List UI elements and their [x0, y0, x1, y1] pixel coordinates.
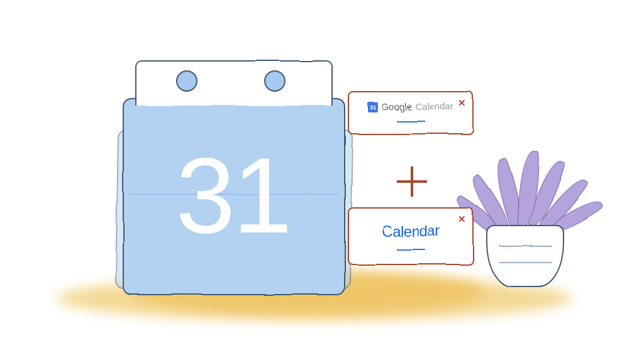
plant-pot [486, 225, 564, 287]
brand-text: Google [381, 101, 411, 112]
google-calendar-title: 31 Google Calendar [359, 101, 462, 112]
calendar-title: Calendar [359, 222, 462, 240]
google-calendar-card: ✕ 31 Google Calendar [348, 91, 474, 134]
card-underline [396, 249, 425, 250]
close-icon[interactable]: ✕ [458, 214, 466, 225]
google-calendar-icon: 31 [367, 102, 377, 112]
day-number-text: 31 [175, 134, 289, 257]
binding-ring [264, 70, 286, 92]
calendar-card: ✕ Calendar [348, 207, 474, 265]
product-text: Calendar [416, 101, 454, 112]
desk-calendar: 31 [123, 60, 343, 293]
illustration-stage: 31 ✕ 31 Google Calendar ✕ Calendar [0, 0, 644, 343]
plus-icon [394, 163, 430, 200]
card-underline [396, 121, 425, 122]
calendar-day-number: 31 [123, 98, 343, 293]
close-icon[interactable]: ✕ [458, 97, 466, 109]
binding-ring [176, 70, 197, 92]
